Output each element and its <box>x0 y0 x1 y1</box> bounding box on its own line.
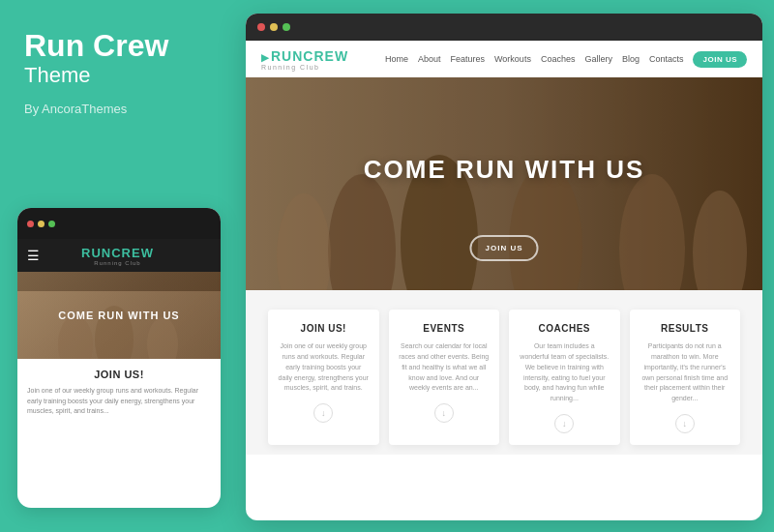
nav-gallery[interactable]: Gallery <box>584 54 612 64</box>
card-events-title: EVENTS <box>423 323 464 334</box>
mobile-hero: COME RUN WITH US <box>17 272 221 359</box>
desktop-nav-links: Home About Features Workouts Coaches Gal… <box>385 51 747 68</box>
card-events-text: Search our calendar for local races and … <box>399 341 491 394</box>
desktop-hero-title: COME RUN WITH US <box>364 155 645 185</box>
card-events-icon[interactable]: ↓ <box>434 403 454 423</box>
mobile-window-dots <box>27 221 55 227</box>
nav-home[interactable]: Home <box>385 54 408 64</box>
mobile-dot-green <box>48 221 55 227</box>
mobile-hamburger-icon[interactable]: ☰ <box>27 248 40 263</box>
desktop-dot-red <box>257 23 265 31</box>
author-credit: By AncoraThemes <box>24 102 127 116</box>
desktop-window-dots <box>257 23 290 31</box>
card-coaches-text: Our team includes a wonderful team of sp… <box>519 341 610 404</box>
mobile-preview: ☰ RUNCREW Running Club COME RUN WITH US … <box>17 208 221 508</box>
mobile-navbar: ☰ RUNCREW Running Club <box>17 239 221 272</box>
card-results-icon[interactable]: ↓ <box>675 414 695 433</box>
card-results-text: Participants do not run a marathon to wi… <box>640 341 731 404</box>
desktop-dot-green <box>283 23 290 31</box>
nav-about[interactable]: About <box>418 54 441 64</box>
nav-coaches[interactable]: Coaches <box>541 54 576 64</box>
desktop-logo-brand: ▶RUNCREW <box>261 48 348 64</box>
mobile-logo: RUNCREW Running Club <box>81 246 154 266</box>
desktop-hero-join-button[interactable]: JOIN US <box>469 235 538 261</box>
brand-subtitle: Theme <box>24 63 168 88</box>
nav-blog[interactable]: Blog <box>622 54 640 64</box>
card-join-text: Join one of our weekly group runs and wo… <box>278 341 370 394</box>
nav-contacts[interactable]: Contacts <box>649 54 684 64</box>
card-coaches-title: COACHES <box>538 323 590 334</box>
desktop-top-bar <box>246 14 762 41</box>
desktop-hero: COME RUN WITH US JOIN US <box>246 77 762 290</box>
mobile-logo-sub: Running Club <box>94 260 140 266</box>
card-events: EVENTS Search our calendar for local rac… <box>389 310 500 445</box>
desktop-navbar: ▶RUNCREW Running Club Home About Feature… <box>246 41 762 77</box>
card-coaches: COACHES Our team includes a wonderful te… <box>509 310 620 445</box>
desktop-cards-section: JOIN US! Join one of our weekly group ru… <box>246 290 762 455</box>
mobile-logo-brand: RUNCREW <box>81 246 154 260</box>
mobile-dot-red <box>27 221 34 227</box>
desktop-preview: ▶RUNCREW Running Club Home About Feature… <box>246 14 762 520</box>
card-coaches-icon[interactable]: ↓ <box>554 414 574 433</box>
card-results-title: RESULTS <box>661 323 708 334</box>
desktop-dot-yellow <box>270 23 278 31</box>
desktop-logo-sub: Running Club <box>261 64 348 71</box>
nav-join-button[interactable]: JOIN US <box>693 51 747 68</box>
mobile-join-text: Join one of our weekly group runs and wo… <box>27 386 211 417</box>
desktop-logo: ▶RUNCREW Running Club <box>261 48 348 71</box>
mobile-content: JOIN US! Join one of our weekly group ru… <box>17 359 221 427</box>
nav-workouts[interactable]: Workouts <box>494 54 531 64</box>
mobile-join-title: JOIN US! <box>27 369 211 380</box>
svg-point-2 <box>147 317 178 359</box>
mobile-dot-yellow <box>38 221 45 227</box>
card-join-icon[interactable]: ↓ <box>313 403 333 423</box>
mobile-top-bar <box>17 208 221 239</box>
mobile-hero-title: COME RUN WITH US <box>58 310 179 321</box>
card-results: RESULTS Participants do not run a marath… <box>630 310 741 445</box>
card-join: JOIN US! Join one of our weekly group ru… <box>268 310 379 445</box>
card-join-title: JOIN US! <box>301 323 346 334</box>
left-title: Run Crew Theme <box>24 29 168 96</box>
brand-title: Run Crew <box>24 29 168 63</box>
mobile-runners-svg <box>17 291 221 359</box>
nav-features[interactable]: Features <box>451 54 486 64</box>
svg-point-0 <box>58 315 93 359</box>
